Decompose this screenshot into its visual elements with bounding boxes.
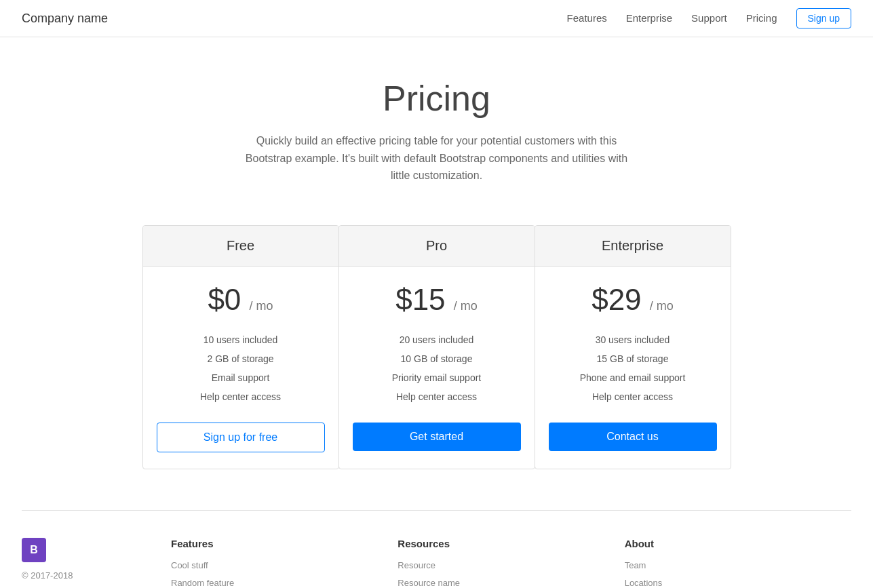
footer-heading-resources: Resources bbox=[397, 538, 624, 549]
footer-link-features-0[interactable]: Cool stuff bbox=[171, 560, 208, 570]
feature-free-1: 2 GB of storage bbox=[157, 349, 325, 368]
feature-pro-1: 10 GB of storage bbox=[353, 349, 521, 368]
footer-link-item[interactable]: Random feature bbox=[171, 576, 397, 588]
price-period-pro: / mo bbox=[454, 299, 478, 313]
footer-links-resources: Resource Resource name Another resource … bbox=[397, 559, 624, 588]
features-list-free: 10 users included 2 GB of storage Email … bbox=[157, 330, 325, 406]
price-period-free: / mo bbox=[250, 299, 273, 313]
nav-link-support[interactable]: Support bbox=[691, 12, 727, 24]
plan-body-pro: $15 / mo 20 users included 10 GB of stor… bbox=[339, 267, 535, 467]
footer: B © 2017-2018 Features Cool stuff Random… bbox=[0, 511, 873, 588]
footer-link-item[interactable]: Team bbox=[625, 559, 851, 571]
footer-link-item[interactable]: Resource name bbox=[397, 576, 624, 588]
nav-item-pricing[interactable]: Pricing bbox=[746, 12, 777, 24]
footer-col-features: Features Cool stuff Random feature Team … bbox=[171, 538, 397, 588]
plan-name-enterprise: Enterprise bbox=[535, 226, 731, 267]
nav-link-features[interactable]: Features bbox=[567, 12, 607, 24]
hero-description: Quickly build an effective pricing table… bbox=[240, 132, 634, 184]
cta-button-free[interactable]: Sign up for free bbox=[157, 423, 325, 452]
footer-heading-about: About bbox=[625, 538, 851, 549]
footer-links-about: Team Locations Privacy Terms bbox=[625, 559, 851, 588]
nav-link-pricing[interactable]: Pricing bbox=[746, 12, 777, 24]
price-amount-free: $0 bbox=[208, 283, 241, 316]
navbar-brand: Company name bbox=[22, 12, 108, 26]
cta-button-pro[interactable]: Get started bbox=[353, 423, 521, 451]
feature-pro-3: Help center access bbox=[353, 387, 521, 406]
feature-ent-3: Help center access bbox=[549, 387, 717, 406]
feature-pro-2: Priority email support bbox=[353, 368, 521, 387]
plan-name-pro: Pro bbox=[339, 226, 535, 267]
nav-item-features[interactable]: Features bbox=[567, 12, 607, 24]
price-period-enterprise: / mo bbox=[650, 299, 674, 313]
footer-link-features-1[interactable]: Random feature bbox=[171, 578, 234, 588]
feature-free-2: Email support bbox=[157, 368, 325, 387]
plan-price-enterprise: $29 / mo bbox=[549, 283, 717, 317]
plan-body-enterprise: $29 / mo 30 users included 15 GB of stor… bbox=[535, 267, 731, 467]
nav-item-signup[interactable]: Sign up bbox=[796, 8, 851, 28]
footer-link-resources-1[interactable]: Resource name bbox=[397, 578, 460, 588]
footer-link-resources-0[interactable]: Resource bbox=[397, 560, 435, 570]
hero-section: Pricing Quickly build an effective prici… bbox=[0, 37, 873, 212]
footer-copyright: © 2017-2018 bbox=[22, 570, 73, 581]
footer-heading-features: Features bbox=[171, 538, 397, 549]
footer-link-item[interactable]: Resource bbox=[397, 559, 624, 571]
footer-logo: B bbox=[22, 538, 46, 562]
feature-ent-0: 30 users included bbox=[549, 330, 717, 349]
price-amount-pro: $15 bbox=[395, 283, 445, 316]
footer-brand: B © 2017-2018 bbox=[22, 538, 171, 588]
navbar-nav: Features Enterprise Support Pricing Sign… bbox=[567, 8, 851, 28]
plan-name-free: Free bbox=[143, 226, 338, 267]
feature-pro-0: 20 users included bbox=[353, 330, 521, 349]
features-list-enterprise: 30 users included 15 GB of storage Phone… bbox=[549, 330, 717, 406]
plan-price-free: $0 / mo bbox=[157, 283, 325, 317]
footer-link-item[interactable]: Cool stuff bbox=[171, 559, 397, 571]
footer-link-about-1[interactable]: Locations bbox=[625, 578, 663, 588]
pricing-card-free: Free $0 / mo 10 users included 2 GB of s… bbox=[142, 225, 339, 469]
feature-ent-1: 15 GB of storage bbox=[549, 349, 717, 368]
pricing-card-enterprise: Enterprise $29 / mo 30 users included 15… bbox=[535, 225, 731, 469]
feature-free-3: Help center access bbox=[157, 387, 325, 406]
plan-price-pro: $15 / mo bbox=[353, 283, 521, 317]
pricing-section: Free $0 / mo 10 users included 2 GB of s… bbox=[0, 212, 873, 510]
signup-button[interactable]: Sign up bbox=[796, 8, 851, 28]
footer-links-features: Cool stuff Random feature Team feature S… bbox=[171, 559, 397, 588]
price-amount-enterprise: $29 bbox=[591, 283, 641, 316]
footer-link-item[interactable]: Locations bbox=[625, 576, 851, 588]
pricing-card-pro: Pro $15 / mo 20 users included 10 GB of … bbox=[338, 225, 535, 469]
plan-body-free: $0 / mo 10 users included 2 GB of storag… bbox=[143, 267, 338, 469]
nav-item-support[interactable]: Support bbox=[691, 12, 727, 24]
navbar: Company name Features Enterprise Support… bbox=[0, 0, 873, 37]
nav-item-enterprise[interactable]: Enterprise bbox=[626, 12, 672, 24]
footer-col-resources: Resources Resource Resource name Another… bbox=[397, 538, 624, 588]
nav-link-enterprise[interactable]: Enterprise bbox=[626, 12, 672, 24]
features-list-pro: 20 users included 10 GB of storage Prior… bbox=[353, 330, 521, 406]
page-title: Pricing bbox=[14, 78, 859, 119]
footer-link-about-0[interactable]: Team bbox=[625, 560, 646, 570]
cta-button-enterprise[interactable]: Contact us bbox=[549, 423, 717, 451]
feature-free-0: 10 users included bbox=[157, 330, 325, 349]
feature-ent-2: Phone and email support bbox=[549, 368, 717, 387]
footer-col-about: About Team Locations Privacy Terms bbox=[625, 538, 851, 588]
